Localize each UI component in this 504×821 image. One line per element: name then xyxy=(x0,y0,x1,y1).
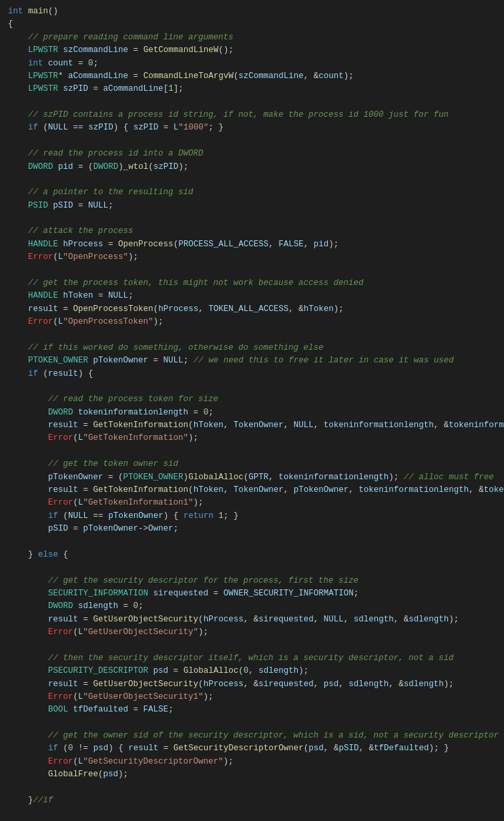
code-content: int main() { // prepare reading command … xyxy=(8,5,496,821)
code-viewer: int main() { // prepare reading command … xyxy=(8,5,496,821)
